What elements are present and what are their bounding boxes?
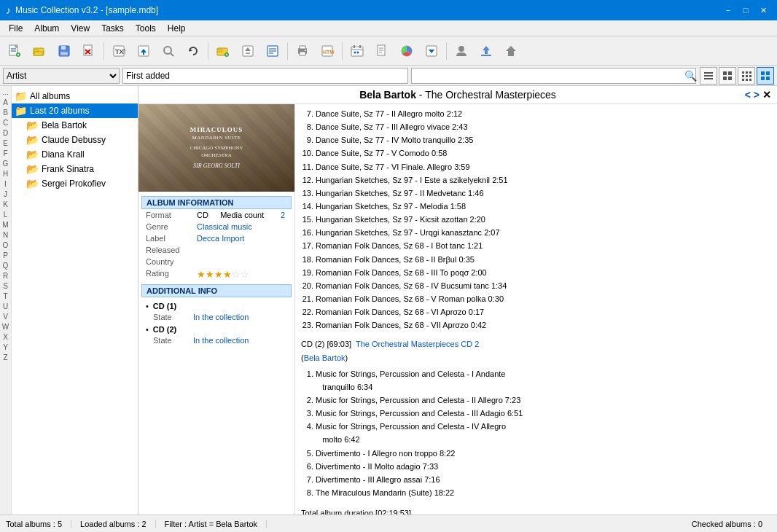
svg-rect-62 xyxy=(704,78,713,79)
toolbar-new[interactable] xyxy=(3,39,26,63)
toolbar-open[interactable] xyxy=(28,39,51,63)
toolbar-calendar[interactable] xyxy=(345,39,369,63)
toolbar-refresh[interactable] xyxy=(181,39,205,63)
additional-info-header: ADDITIONAL INFO xyxy=(141,284,292,297)
country-row: Country xyxy=(141,256,292,267)
maximize-button[interactable]: □ xyxy=(738,4,754,17)
filter-value-input[interactable] xyxy=(122,68,408,84)
title-dash: - xyxy=(419,89,425,101)
toolbar-download[interactable] xyxy=(475,39,498,63)
alpha-h[interactable]: H xyxy=(0,169,11,179)
toolbar-save[interactable] xyxy=(52,39,76,63)
alpha-n[interactable]: N xyxy=(0,230,11,240)
cd2-artist-link[interactable]: Bela Bartok xyxy=(304,353,345,362)
toolbar-delete[interactable] xyxy=(77,39,101,63)
view-cover-button[interactable] xyxy=(757,67,774,85)
menu-album[interactable]: Album xyxy=(28,22,65,35)
track-item: Hungarian Sketches, Sz 97 - II Medvetanc… xyxy=(316,187,771,200)
alpha-f[interactable]: F xyxy=(0,149,11,159)
toolbar-export-down[interactable] xyxy=(132,39,155,63)
view-grid-button[interactable] xyxy=(738,67,755,85)
country-label: Country xyxy=(141,256,192,267)
menu-help[interactable]: Help xyxy=(162,22,192,35)
track-item: Romanian Folk Dances, Sz 68 - IV Bucsumi… xyxy=(316,279,771,292)
alpha-g[interactable]: G xyxy=(0,159,11,169)
app-icon: ♪ xyxy=(6,4,11,16)
minimize-button[interactable]: − xyxy=(720,4,736,17)
menu-tools[interactable]: Tools xyxy=(130,22,162,35)
alpha-e[interactable]: E xyxy=(0,138,11,149)
toolbar-print[interactable] xyxy=(291,39,314,63)
media-count-value: 2 xyxy=(276,209,292,221)
alpha-r[interactable]: R xyxy=(0,271,11,281)
sidebar-item-all-albums[interactable]: 📁 All albums xyxy=(12,89,138,103)
sidebar-item-label: Diana Krall xyxy=(42,149,85,160)
toolbar-export2[interactable] xyxy=(420,39,443,63)
track-item: Music for Strings, Percussion and Celest… xyxy=(316,407,771,420)
alpha-j[interactable]: J xyxy=(0,189,11,200)
sidebar-item-diana-krall[interactable]: 📂 Diana Krall xyxy=(12,147,138,162)
sidebar-item-frank-sinatra[interactable]: 📂 Frank Sinatra xyxy=(12,162,138,176)
toolbar-sep-1 xyxy=(104,42,104,60)
menu-file[interactable]: File xyxy=(3,22,28,35)
sidebar-item-sergei-prokofiev[interactable]: 📂 Sergei Prokofiev xyxy=(12,176,138,191)
toolbar-add-folder[interactable] xyxy=(211,39,235,63)
album-cover: MIRACULOUS MANDARIN SUITE CHICAGO SYMPHO… xyxy=(138,104,294,192)
alpha-k[interactable]: K xyxy=(0,200,11,210)
svg-rect-11 xyxy=(61,46,66,50)
alpha-u[interactable]: U xyxy=(0,302,11,312)
alpha-v[interactable]: V xyxy=(0,312,11,322)
toolbar-home[interactable] xyxy=(499,39,523,63)
filter-artist-select[interactable]: Artist xyxy=(3,68,120,84)
toolbar-search[interactable] xyxy=(157,39,180,63)
alpha-c[interactable]: C xyxy=(0,118,11,128)
alpha-t[interactable]: T xyxy=(0,292,11,302)
sidebar-item-last-20[interactable]: 📁 Last 20 albums xyxy=(12,103,138,118)
alpha-p[interactable]: P xyxy=(0,251,11,261)
alpha-x[interactable]: X xyxy=(0,332,11,343)
sidebar-item-claude-debussy[interactable]: 📂 Claude Debussy xyxy=(12,133,138,147)
svg-point-21 xyxy=(164,47,171,54)
total-duration: Total album duration [02:19:53] xyxy=(301,504,771,515)
alpha-l[interactable]: L xyxy=(0,210,11,220)
alpha-a[interactable]: A xyxy=(0,98,11,108)
alpha-m[interactable]: M xyxy=(0,220,11,230)
alpha-o[interactable]: O xyxy=(0,240,11,251)
sidebar-item-bela-bartok[interactable]: 📂 Bela Bartok xyxy=(12,118,138,133)
prev-album-button[interactable]: < xyxy=(745,89,751,101)
svg-text:TXT: TXT xyxy=(115,48,125,55)
toolbar-edit[interactable] xyxy=(261,39,284,63)
toolbar-import[interactable] xyxy=(236,39,259,63)
toolbar-export-text[interactable]: TXT xyxy=(107,39,130,63)
folder-icon: 📂 xyxy=(26,163,39,175)
close-album-button[interactable]: ✕ xyxy=(762,89,771,101)
alpha-i[interactable]: I xyxy=(0,179,11,189)
released-value xyxy=(192,244,292,256)
toolbar-html[interactable]: HTML xyxy=(316,39,339,63)
menu-view[interactable]: View xyxy=(65,22,95,35)
view-list-button[interactable] xyxy=(719,67,736,85)
folder-icon: 📂 xyxy=(26,149,39,160)
alpha-w[interactable]: W xyxy=(0,322,11,332)
close-button[interactable]: ✕ xyxy=(755,4,771,17)
alpha-b[interactable]: B xyxy=(0,108,11,118)
released-row: Released xyxy=(141,244,292,256)
next-album-button[interactable]: > xyxy=(754,89,760,101)
alpha-s[interactable]: S xyxy=(0,281,11,292)
toolbar-user[interactable] xyxy=(450,39,473,63)
track-item: Hungarian Sketches, Sz 97 - I Este a szi… xyxy=(316,173,771,187)
rating-row: Rating ★★★★☆☆ xyxy=(141,267,292,281)
alpha-ellipsis[interactable]: … xyxy=(0,87,11,98)
alpha-y[interactable]: Y xyxy=(0,343,11,353)
search-input[interactable] xyxy=(411,68,697,84)
view-details-button[interactable] xyxy=(700,67,717,85)
folder-icon: 📁 xyxy=(15,90,27,102)
svg-rect-68 xyxy=(746,71,748,74)
alpha-z[interactable]: Z xyxy=(0,353,11,363)
menu-tasks[interactable]: Tasks xyxy=(95,22,130,35)
alpha-q[interactable]: Q xyxy=(0,261,11,271)
cd2-album-link[interactable]: The Orchestral Masterpieces CD 2 xyxy=(356,340,479,348)
alpha-d[interactable]: D xyxy=(0,128,11,138)
toolbar-chart[interactable] xyxy=(395,39,418,63)
toolbar-doc[interactable] xyxy=(370,39,394,63)
